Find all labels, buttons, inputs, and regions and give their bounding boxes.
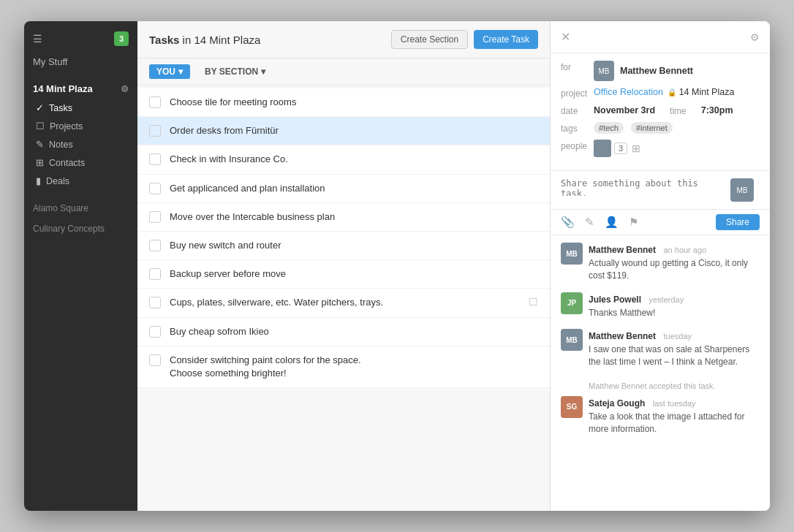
task-checkbox[interactable]	[149, 211, 161, 223]
time-value[interactable]: 7:30pm	[701, 105, 733, 115]
notes-icon: ✎	[36, 139, 44, 150]
comment-input[interactable]	[561, 178, 725, 196]
project-link[interactable]: Office Relocation	[594, 87, 663, 97]
task-text: Choose tile for meeting rooms	[170, 96, 538, 109]
task-checkbox[interactable]	[149, 268, 161, 280]
create-task-button[interactable]: Create Task	[474, 30, 538, 49]
list-item: JP Jules Powell yesterday Thanks Matthew…	[561, 292, 760, 319]
app-window: ☰ 3 My Stuff 14 Mint Plaza ⚙ ✓ Tasks ☐ P…	[24, 21, 770, 511]
table-row[interactable]: Choose tile for meeting rooms	[137, 88, 550, 117]
project-value: Office Relocation 🔒 14 Mint Plaza	[594, 87, 734, 97]
person-list-icon[interactable]: ⊞	[632, 142, 640, 154]
table-row[interactable]: Get applicanced and plan installation	[137, 175, 550, 203]
sidebar-item-contacts[interactable]: ⊞ Contacts	[24, 153, 137, 172]
edit-icon[interactable]: ✎	[585, 216, 594, 229]
table-row[interactable]: Buy cheap sofrom Ikieo	[137, 318, 550, 346]
table-row[interactable]: Consider switching paint colors for the …	[137, 346, 550, 388]
task-text: Check in with Insurance Co.	[170, 153, 538, 166]
panel-header: ✕ ⚙	[551, 21, 770, 53]
tag-internet[interactable]: #internet	[631, 122, 673, 134]
sidebar-item-notes[interactable]: ✎ Notes	[24, 135, 137, 153]
sidebar-item-projects[interactable]: ☐ Projects	[24, 117, 137, 135]
share-button[interactable]: Share	[716, 214, 760, 230]
comment-body: Matthew Bennet tuesday I saw one that wa…	[589, 329, 760, 368]
table-row[interactable]: Backup server before move	[137, 260, 550, 289]
filter-bar: YOU ▾ BY SECTION ▾	[137, 58, 550, 86]
notes-label: Notes	[49, 140, 73, 150]
filter-section-label: BY SECTION	[205, 66, 258, 77]
panel-gear-icon[interactable]: ⚙	[750, 31, 760, 43]
system-message: Matthew Bennet accepted this task.	[561, 379, 760, 396]
task-text: Buy new switch and router	[170, 239, 538, 252]
date-value[interactable]: November 3rd	[594, 105, 655, 115]
table-row[interactable]: Move over the Intercable business plan	[137, 203, 550, 232]
list-item: SG Sateja Gough last tuesday Take a look…	[561, 396, 760, 436]
list-item: MB Matthew Bennet an hour ago Actually w…	[561, 243, 760, 282]
comment-author: Matthew Bennet	[589, 331, 656, 341]
task-checkbox[interactable]	[149, 125, 161, 137]
filter-you-button[interactable]: YOU ▾	[149, 64, 190, 79]
date-time-values: November 3rd time 7:30pm	[594, 104, 733, 116]
comment-text: Actually wound up getting a Cisco, it on…	[589, 257, 760, 282]
hamburger-icon[interactable]: ☰	[33, 33, 42, 45]
lock-icon: 🔒	[668, 88, 676, 96]
comment-text: Take a look that the image I attached fo…	[589, 411, 760, 436]
title-tasks: Tasks	[149, 34, 179, 46]
tags-row: tags #tech #internet	[561, 122, 760, 134]
flag-icon[interactable]: ⚑	[629, 216, 638, 229]
task-checkbox[interactable]	[149, 96, 161, 108]
task-checkbox[interactable]	[149, 297, 161, 308]
section-chevron-icon: ▾	[261, 66, 265, 77]
page-title: Tasks in 14 Mint Plaza	[149, 34, 260, 46]
filter-section-button[interactable]: BY SECTION ▾	[197, 64, 273, 79]
title-location: in 14 Mint Plaza	[183, 34, 261, 46]
task-checkbox[interactable]	[149, 183, 161, 194]
close-icon[interactable]: ✕	[561, 30, 570, 44]
deals-icon: ▮	[36, 175, 41, 186]
task-checkbox[interactable]	[149, 354, 161, 366]
tags-values: #tech #internet	[594, 122, 676, 134]
tool-icons: 📎 ✎ 👤 ⚑	[561, 216, 638, 229]
header-buttons: Create Section Create Task	[391, 30, 538, 49]
contacts-label: Contacts	[49, 158, 85, 168]
tags-label: tags	[561, 122, 594, 134]
task-checkbox[interactable]	[149, 153, 161, 165]
culinary-concepts-label[interactable]: Culinary Concepts	[24, 216, 137, 237]
alamo-square-label[interactable]: Alamo Square	[24, 196, 137, 216]
comments-list: MB Matthew Bennet an hour ago Actually w…	[551, 235, 770, 511]
comment-author: Jules Powell	[589, 294, 641, 305]
sidebar-item-deals[interactable]: ▮ Deals	[24, 172, 137, 190]
task-details: for MB Matthew Bennett project Office Re…	[551, 53, 770, 171]
comment-body: Sateja Gough last tuesday Take a look th…	[589, 396, 760, 436]
comment-author: Matthew Bennet	[589, 245, 656, 255]
table-row[interactable]: Order desks from Fürnitür	[137, 117, 550, 145]
workspace-gear-icon[interactable]: ⚙	[121, 84, 129, 94]
deals-label: Deals	[46, 176, 69, 186]
create-section-button[interactable]: Create Section	[391, 30, 468, 49]
table-row[interactable]: Buy new switch and router	[137, 232, 550, 260]
task-text: Order desks from Fürnitür	[170, 124, 538, 137]
task-checkbox[interactable]	[149, 240, 161, 251]
table-row[interactable]: Check in with Insurance Co.	[137, 145, 550, 174]
sidebar-header: ☰ 3	[24, 21, 137, 53]
comment-body: Matthew Bennet an hour ago Actually woun…	[589, 243, 760, 282]
avatar: MB	[594, 61, 614, 81]
task-text: Buy cheap sofrom Ikieo	[170, 325, 538, 338]
task-text: Cups, plates, silverware, etc. Water pit…	[170, 296, 523, 309]
table-row[interactable]: Cups, plates, silverware, etc. Water pit…	[137, 289, 550, 317]
mention-icon[interactable]: 👤	[605, 216, 619, 229]
comment-time: yesterday	[649, 295, 684, 304]
task-note-icon: ☐	[529, 296, 538, 308]
task-checkbox[interactable]	[149, 326, 161, 338]
attach-icon[interactable]: 📎	[561, 216, 575, 229]
comment-text: I saw one that was on sale at Sharpeners…	[589, 343, 760, 368]
sidebar-item-tasks[interactable]: ✓ Tasks	[24, 99, 137, 117]
tag-tech[interactable]: #tech	[594, 122, 624, 134]
project-label: project	[561, 87, 594, 99]
people-label: people	[561, 140, 594, 151]
task-text: Consider switching paint colors for the …	[170, 354, 538, 380]
comment-input-area: MB	[551, 171, 770, 210]
list-item: MB Matthew Bennet tuesday I saw one that…	[561, 329, 760, 368]
task-text: Get applicanced and plan installation	[170, 182, 538, 195]
projects-label: Projects	[50, 121, 83, 132]
